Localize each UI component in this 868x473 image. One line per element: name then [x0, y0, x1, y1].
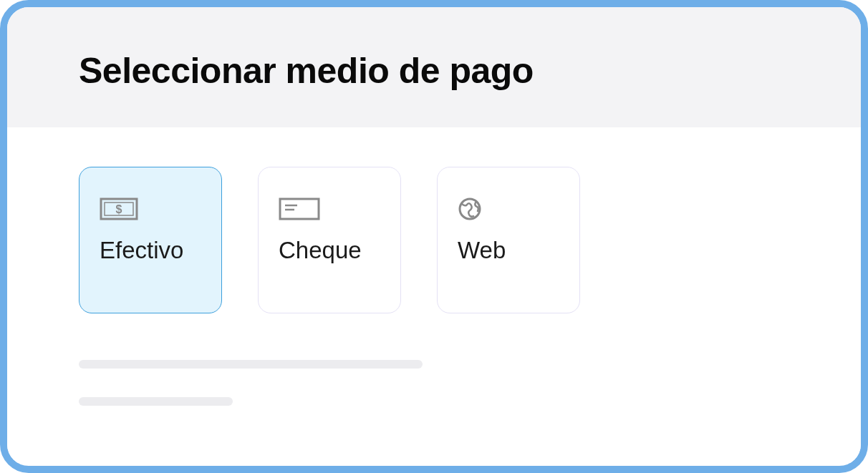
- check-icon: [279, 196, 320, 221]
- header: Seleccionar medio de pago: [7, 7, 861, 127]
- payment-options: $ Efectivo Cheque: [79, 167, 789, 313]
- app-window: Seleccionar medio de pago $ Efectivo: [0, 0, 868, 473]
- payment-label: Efectivo: [100, 237, 183, 264]
- payment-option-check[interactable]: Cheque: [258, 167, 401, 313]
- payment-label: Web: [458, 237, 506, 264]
- loading-placeholders: [79, 360, 789, 406]
- payment-label: Cheque: [279, 237, 362, 264]
- placeholder-line: [79, 360, 423, 369]
- globe-icon: [458, 196, 482, 221]
- content-area: $ Efectivo Cheque: [7, 127, 861, 463]
- svg-text:$: $: [116, 203, 122, 215]
- payment-option-web[interactable]: Web: [437, 167, 580, 313]
- placeholder-line: [79, 397, 233, 406]
- cash-icon: $: [100, 196, 138, 221]
- page-title: Seleccionar medio de pago: [79, 50, 789, 92]
- payment-option-cash[interactable]: $ Efectivo: [79, 167, 222, 313]
